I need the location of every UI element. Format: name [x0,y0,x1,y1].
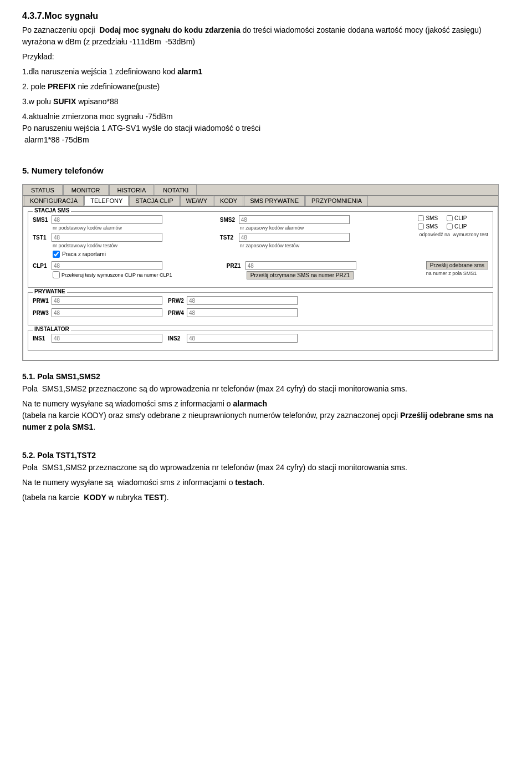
chapter51-para2: Na te numery wysyłane są wiadomości sms … [22,398,510,433]
prz1-group: PRZ1 [227,261,415,270]
section-prywatne-label: PRYWATNE [33,288,67,294]
tab-top-historia[interactable]: HISTORIA [109,185,155,195]
prw4-label: PRW4 [168,310,185,316]
cb-row-test: SMS CLIP [418,223,488,230]
para-4: 3.w polu SUFIX wpisano*88 [22,96,510,108]
chapter52-heading: 5.2. Pola TST1,TST2 [22,451,510,460]
chapter51-para1: Pola SMS1,SMS2 przeznaczone są do wprowa… [22,383,510,395]
forward-clp1-label: Przekieruj testy wymuszone CLIP na numer… [62,272,172,278]
answer-label: odpowiedź na wymuszony test [419,232,488,237]
prw3-group: PRW3 [33,308,162,317]
sms1-group: SMS1 nr podstawowy kodów alarmów [33,215,214,231]
sms1-input[interactable] [52,215,162,224]
chapter52-para1: Pola SMS1,SMS2 przeznaczone są do wprowa… [22,462,510,474]
prw3-prw4-row: PRW3 PRW4 [33,308,488,317]
tab-telefony[interactable]: TELEFONY [84,196,129,206]
prz1-input[interactable] [245,261,356,270]
prw2-label: PRW2 [168,298,185,304]
para-2: 1.dla naruszenia wejścia 1 zdefiniowano … [22,66,510,78]
tst1-hint: nr podstawowy kodów testów [53,243,214,248]
prw4-group: PRW4 [168,308,298,317]
cb-sms-alarm-label: SMS [426,215,438,221]
tst1-input[interactable] [52,233,162,242]
right-options: SMS CLIP SMS [418,215,488,237]
ins1-input[interactable] [52,334,162,343]
section-stacja-sms: STACJA SMS SMS1 nr podstawowy kodów alar… [28,211,493,288]
para-3: 2. pole PREFIX nie zdefiniowane(puste) [22,81,510,93]
prw1-label: PRW1 [33,298,49,304]
tab-top-notatki[interactable]: NOTATKI [155,185,197,195]
section-instalator: INSTALATOR INS1 INS2 [28,330,493,351]
tab-przypomnienia[interactable]: PRZYPOMNIENIA [305,196,368,206]
chapter52-para2: Na te numery wysyłane są wiadomości sms … [22,477,510,488]
forward-right: Prześlij odebrane sms na numer z pola SM… [426,261,488,276]
prw1-input[interactable] [52,296,162,305]
ins1-ins2-row: INS1 INS2 [33,334,488,343]
bottom-tab-bar: KONFIGURACJA TELEFONY STACJA CLIP WE/WY … [23,196,498,206]
sms1-sms2-row: SMS1 nr podstawowy kodów alarmów TST1 nr… [33,215,488,258]
prw4-input[interactable] [187,308,298,317]
ins1-label: INS1 [33,335,49,342]
cb-clip-test-label: CLIP [454,223,467,230]
clp1-prz1-row: CLP1 Przekieruj testy wymuszone CLIP na … [33,261,488,279]
prw1-prw2-row: PRW1 PRW2 [33,296,488,305]
cb-row-alarm: SMS CLIP [418,215,488,221]
forward-prz1-button[interactable]: Prześlij otrzymane SMS na numer PRZ1 [247,271,354,279]
cb-sms-alarm: SMS [418,215,438,221]
forward-sms-button[interactable]: Prześlij odebrane sms [426,261,488,269]
clp1-group: CLP1 [33,261,221,270]
ins1-group: INS1 [33,334,162,343]
praca-raportami-checkbox[interactable] [53,251,60,258]
tst2-input[interactable] [239,233,350,242]
section-prywatne: PRYWATNE PRW1 PRW2 PRW3 PRW4 [28,292,493,325]
cb-clip-test: CLIP [447,223,467,230]
forward-sms-label: na numer z pola SMS1 [426,271,488,276]
tab-sms-prywatne[interactable]: SMS PRYWATNE [244,196,305,206]
prz1-forward: Prześlij otrzymane SMS na numer PRZ1 [247,271,415,279]
cb-clip-alarm: CLIP [447,215,467,221]
checkbox-sms-alarm[interactable] [418,215,424,221]
cb-sms-test: SMS [418,223,438,230]
prz1-label: PRZ1 [227,263,243,269]
clp1-label: CLP1 [33,263,49,269]
ins2-input[interactable] [187,334,298,343]
prw3-label: PRW3 [33,310,49,316]
tab-top-monitor[interactable]: MONITOR [63,185,109,195]
section-instalator-label: INSTALATOR [33,326,71,332]
para-5: 4.aktualnie zmierzona moc sygnału -75dBm… [22,111,510,146]
panel: STATUS MONITOR HISTORIA NOTATKI KONFIGUR… [22,184,499,361]
checkbox-sms-test[interactable] [418,223,424,230]
chapter52-para3: (tabela na karcie KODY w rubryka TEST). [22,492,510,503]
tst1-label: TST1 [33,235,49,241]
sms1-hint: nr podstawowy kodów alarmów [53,225,214,231]
tst2-group: TST2 nr zapasowy kodów testów [220,233,402,248]
sms1-label: SMS1 [33,217,49,223]
chapter51-heading: 5.1. Pola SMS1,SMS2 [22,372,510,381]
clp1-input[interactable] [52,261,162,270]
prw1-group: PRW1 [33,296,162,305]
para-przyklad: Przykład: [22,51,510,63]
clp1-forward-row: Przekieruj testy wymuszone CLIP na numer… [53,271,221,278]
cb-clip-alarm-label: CLIP [454,215,467,221]
sms2-group: SMS2 nr zapasowy kodów alarmów [220,215,402,231]
checkbox-clip-test[interactable] [447,223,453,230]
praca-raportami-row: Praca z raportami [53,251,214,258]
tab-top-status[interactable]: STATUS [23,185,63,195]
ins2-label: INS2 [168,335,185,342]
prw2-input[interactable] [187,296,298,305]
chapter5-heading: 5. Numery telefonów [22,166,510,175]
tab-we-wy[interactable]: WE/WY [180,196,214,206]
tab-konfiguracja[interactable]: KONFIGURACJA [24,196,84,206]
prw3-input[interactable] [52,308,162,317]
tab-kody[interactable]: KODY [214,196,243,206]
tst1-group: TST1 nr podstawowy kodów testów [33,233,214,248]
sms2-input[interactable] [239,215,350,224]
cb-sms-test-label: SMS [426,223,438,230]
checkbox-clip-alarm[interactable] [447,215,453,221]
sms2-label: SMS2 [220,217,237,223]
para-1: Po zaznaczeniu opcji Dodaj moc sygnału d… [22,24,510,48]
ins2-group: INS2 [168,334,298,343]
tab-stacja-clip[interactable]: STACJA CLIP [129,196,179,206]
tst2-hint: nr zapasowy kodów testów [240,243,402,248]
checkbox-forward-clp1[interactable] [53,271,60,278]
